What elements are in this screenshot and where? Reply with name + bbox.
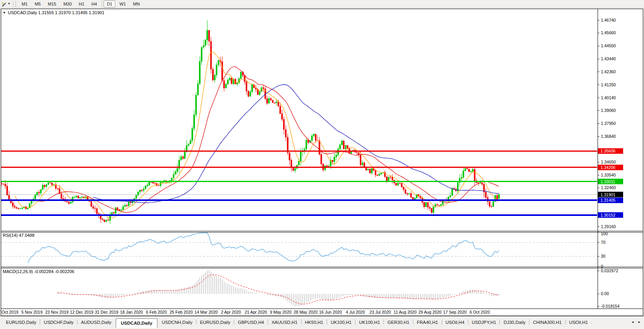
svg-text:12 Dec 2019: 12 Dec 2019 bbox=[70, 310, 94, 314]
timeframe-button-w1[interactable]: W1 bbox=[116, 0, 129, 7]
svg-text:21 Apr 2020: 21 Apr 2020 bbox=[245, 310, 267, 314]
svg-text:1.41250: 1.41250 bbox=[601, 82, 616, 87]
svg-text:17 Sep 2020: 17 Sep 2020 bbox=[443, 310, 467, 314]
timeframe-button-m1[interactable]: M1 bbox=[19, 0, 31, 7]
price-tag-1.33011: 1.33011 bbox=[598, 179, 623, 184]
chart-window: 1.467401.456601.445501.434401.423601.412… bbox=[0, 0, 644, 329]
cursor-tool-dropdown-icon[interactable]: ▼ bbox=[7, 2, 11, 6]
chart-tab-bar: EURUSD,DailyUSDCHF,DailyAUDUSD,DailyUSDC… bbox=[0, 316, 644, 328]
svg-text:1.45660: 1.45660 bbox=[601, 30, 616, 35]
svg-text:30: 30 bbox=[601, 254, 606, 258]
rsi-label: RSI(14) 47.0488 bbox=[3, 233, 35, 238]
chart-tab-dj30-daily[interactable]: DJ30,Daily bbox=[500, 320, 529, 325]
chart-tab-xauusd-h1[interactable]: XAUUSD,H1 bbox=[268, 320, 301, 325]
tab-scroll-right-icon[interactable]: ► bbox=[638, 320, 641, 324]
svg-text:2 Apr 2020: 2 Apr 2020 bbox=[221, 310, 241, 314]
svg-text:6 Oct 2020: 6 Oct 2020 bbox=[470, 310, 490, 314]
svg-text:6 Feb 2020: 6 Feb 2020 bbox=[146, 310, 167, 314]
svg-text:23 Jul 2020: 23 Jul 2020 bbox=[370, 310, 391, 314]
svg-text:1.35606: 1.35606 bbox=[601, 149, 616, 153]
toolbar-separator bbox=[13, 1, 13, 7]
price-tag-1.35606: 1.35606 bbox=[598, 148, 623, 154]
svg-text:1.29160: 1.29160 bbox=[601, 224, 616, 229]
price-tag-1.31405: 1.31405 bbox=[598, 197, 623, 203]
price-tag-1.30152: 1.30152 bbox=[598, 212, 623, 218]
chart-tab-eurusd-daily[interactable]: EURUSD,Daily bbox=[2, 320, 40, 325]
chart-tab-gbpusd-h4[interactable]: GBPUSD,H4 bbox=[234, 320, 267, 325]
svg-text:14 Mar 2020: 14 Mar 2020 bbox=[194, 310, 218, 314]
toolbar-separator bbox=[102, 1, 102, 7]
cursor-tool-icon[interactable] bbox=[0, 1, 7, 7]
svg-text:23 Nov 2019: 23 Nov 2019 bbox=[45, 310, 69, 314]
svg-text:1.30152: 1.30152 bbox=[601, 213, 616, 217]
svg-text:1.31901: 1.31901 bbox=[601, 192, 616, 197]
svg-text:4 Jul 2020: 4 Jul 2020 bbox=[346, 310, 365, 314]
tab-scroll-controls: ◄ ► bbox=[628, 320, 644, 324]
svg-text:17 Oct 2019: 17 Oct 2019 bbox=[0, 310, 19, 314]
macd-label: MACD(12,26,9) -0.002284 -0.002206 bbox=[3, 269, 74, 274]
chart-tab-ger30-h1[interactable]: GER30,H1 bbox=[384, 320, 413, 325]
svg-text:11 Aug 2020: 11 Aug 2020 bbox=[394, 310, 416, 314]
chart-tab-usoil-h1[interactable]: USOil,H1 bbox=[566, 320, 592, 325]
svg-text:1.33540: 1.33540 bbox=[601, 173, 616, 177]
timeframe-button-d1[interactable]: D1 bbox=[104, 0, 115, 7]
chart-tab-audusd-daily[interactable]: AUDUSD,Daily bbox=[78, 320, 115, 325]
price-tag-1.34206: 1.34206 bbox=[598, 165, 623, 170]
chart-tab-uk100-h1[interactable]: UK100,H1 bbox=[355, 320, 383, 325]
svg-text:28 May 2020: 28 May 2020 bbox=[294, 310, 318, 314]
chart-tab-uk100-h1[interactable]: UK100,H1 bbox=[327, 320, 355, 325]
svg-text:1.34650: 1.34650 bbox=[601, 160, 616, 164]
chart-tab-fra40-h1[interactable]: FRA40,H1 bbox=[413, 320, 442, 325]
svg-text:18 Jan 2020: 18 Jan 2020 bbox=[120, 310, 143, 314]
timeframe-button-m30[interactable]: M30 bbox=[60, 0, 75, 7]
svg-text:0.032972: 0.032972 bbox=[601, 268, 618, 273]
chart-tab-eurusd-daily[interactable]: EURUSD,Daily bbox=[196, 320, 234, 325]
tab-scroll-left-icon[interactable]: ◄ bbox=[631, 320, 634, 324]
svg-text:1.42360: 1.42360 bbox=[601, 69, 616, 74]
timeframe-button-h1[interactable]: H1 bbox=[76, 0, 87, 7]
chart-tab-strip: EURUSD,DailyUSDCHF,DailyAUDUSD,DailyUSDC… bbox=[0, 316, 628, 328]
svg-text:29 Aug 2020: 29 Aug 2020 bbox=[418, 310, 442, 314]
svg-text:1.31405: 1.31405 bbox=[601, 198, 616, 203]
chart-title: USDCAD,Daily 1.31555 1.31970 1.31495 1.3… bbox=[8, 10, 104, 15]
date-axis[interactable]: 17 Oct 20195 Nov 201923 Nov 201912 Dec 2… bbox=[0, 310, 490, 314]
chart-tab-usdchf-daily[interactable]: USDCHF,Daily bbox=[40, 320, 77, 325]
timeframe-button-mn[interactable]: MN bbox=[130, 0, 143, 7]
current-price-tag: 1.31901 bbox=[598, 192, 623, 197]
svg-text:1.40140: 1.40140 bbox=[601, 95, 616, 100]
timeframe-button-m15[interactable]: M15 bbox=[44, 0, 59, 7]
chart-tab-hk50-h1[interactable]: HK50,H1 bbox=[302, 320, 327, 325]
toolbar-grip-handle[interactable] bbox=[15, 1, 16, 7]
svg-text:31 Dec 2019: 31 Dec 2019 bbox=[95, 310, 118, 314]
svg-text:25 Feb 2020: 25 Feb 2020 bbox=[170, 310, 193, 314]
svg-text:1.43440: 1.43440 bbox=[601, 56, 616, 61]
chart-tab-china300-h1[interactable]: CHINA300,H1 bbox=[529, 320, 565, 325]
timeframe-button-m5[interactable]: M5 bbox=[31, 0, 44, 7]
svg-text:5 Nov 2019: 5 Nov 2019 bbox=[21, 310, 43, 314]
svg-text:1.36840: 1.36840 bbox=[601, 134, 616, 139]
chart-tab-usdjpy-h1[interactable]: USDJPY,H1 bbox=[468, 320, 500, 325]
svg-text:16 Jun 2020: 16 Jun 2020 bbox=[319, 310, 342, 314]
svg-text:1.46740: 1.46740 bbox=[601, 18, 616, 22]
svg-text:100: 100 bbox=[601, 231, 608, 236]
svg-text:1.32460: 1.32460 bbox=[601, 185, 616, 190]
timeframe-button-h4[interactable]: H4 bbox=[88, 0, 100, 7]
svg-text:0.00: 0.00 bbox=[601, 291, 609, 296]
svg-text:9 May 2020: 9 May 2020 bbox=[270, 310, 292, 314]
svg-text:70: 70 bbox=[601, 240, 606, 245]
chart-tab-usdcnh-daily[interactable]: USDCNH,Daily bbox=[158, 320, 196, 325]
svg-text:1.39060: 1.39060 bbox=[601, 108, 616, 113]
chart-collapse-icon[interactable]: ▼ bbox=[3, 11, 6, 15]
svg-text:1.37950: 1.37950 bbox=[601, 121, 616, 126]
svg-text:-0.018154: -0.018154 bbox=[601, 304, 620, 309]
svg-text:1.33011: 1.33011 bbox=[601, 179, 615, 184]
toolbar: ▼ M1M5M15M30H1H4D1W1MN bbox=[0, 0, 644, 8]
chart-tab-usoil-h4[interactable]: USOil,H4 bbox=[442, 320, 468, 325]
svg-text:1.34206: 1.34206 bbox=[601, 165, 616, 170]
chart-tab-usdcad-daily[interactable]: USDCAD,Daily bbox=[116, 318, 157, 328]
svg-text:0: 0 bbox=[601, 264, 603, 269]
svg-text:1.44550: 1.44550 bbox=[601, 43, 616, 48]
